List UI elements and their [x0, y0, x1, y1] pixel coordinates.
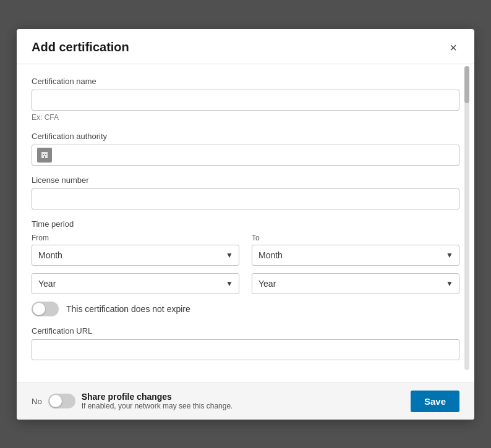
share-no-label: No	[32, 397, 42, 406]
scroll-thumb	[464, 66, 469, 103]
modal-overlay: Add certification × Certification name E…	[0, 0, 491, 448]
cert-authority-input[interactable]	[56, 148, 454, 163]
to-year-wrapper: Year 202420232022 202120202019 ▼	[252, 273, 459, 294]
share-toggle[interactable]	[48, 394, 75, 408]
modal-title: Add certification	[32, 40, 129, 54]
share-subtitle: If enabled, your network may see this ch…	[82, 402, 233, 410]
cert-url-label: Certification URL	[32, 326, 459, 336]
cert-name-input[interactable]	[32, 90, 459, 111]
modal-body: Certification name Ex: CFA Certification…	[17, 64, 474, 382]
svg-rect-2	[45, 154, 46, 155]
share-section: No Share profile changes If enabled, you…	[32, 392, 233, 410]
save-button[interactable]: Save	[411, 391, 459, 412]
share-title: Share profile changes	[82, 392, 233, 402]
no-expire-label: This certification does not expire	[66, 304, 190, 314]
svg-rect-1	[43, 154, 44, 155]
cert-name-label: Certification name	[32, 77, 459, 86]
modal-header: Add certification ×	[17, 29, 474, 64]
time-period-group: Time period From Month JanuaryFebruaryMa…	[32, 219, 459, 316]
license-number-label: License number	[32, 175, 459, 185]
to-year-select[interactable]: Year 202420232022 202120202019	[252, 273, 459, 294]
cert-url-input[interactable]	[32, 339, 459, 360]
from-year-wrapper: Year 202420232022 202120202019 ▼	[32, 273, 239, 294]
add-certification-modal: Add certification × Certification name E…	[17, 29, 474, 420]
to-month-wrapper: Month JanuaryFebruaryMarch AprilMayJune …	[252, 245, 459, 266]
cert-authority-group: Certification authority	[32, 132, 459, 166]
scrollbar[interactable]	[464, 66, 469, 370]
from-column: From Month JanuaryFebruaryMarch AprilMay…	[32, 234, 239, 266]
from-month-select[interactable]: Month JanuaryFebruaryMarch AprilMayJune …	[32, 245, 239, 266]
cert-url-group: Certification URL	[32, 326, 459, 360]
to-month-select[interactable]: Month JanuaryFebruaryMarch AprilMayJune …	[252, 245, 459, 266]
cert-name-group: Certification name Ex: CFA	[32, 77, 459, 122]
license-number-group: License number	[32, 175, 459, 209]
cert-authority-label: Certification authority	[32, 132, 459, 141]
share-text-block: Share profile changes If enabled, your n…	[82, 392, 233, 410]
license-number-input[interactable]	[32, 188, 459, 209]
from-year-select[interactable]: Year 202420232022 202120202019	[32, 273, 239, 294]
svg-rect-3	[44, 156, 45, 158]
from-month-wrapper: Month JanuaryFebruaryMarch AprilMayJune …	[32, 245, 239, 266]
to-year-col: Year 202420232022 202120202019 ▼	[252, 273, 459, 294]
cert-authority-input-wrapper	[32, 145, 459, 166]
share-toggle-knob	[49, 395, 62, 407]
no-expire-toggle-knob	[33, 303, 45, 315]
from-year-col: Year 202420232022 202120202019 ▼	[32, 273, 239, 294]
no-expire-row: This certification does not expire	[32, 302, 459, 316]
modal-footer: No Share profile changes If enabled, you…	[17, 382, 474, 420]
from-label: From	[32, 234, 239, 242]
building-icon	[37, 148, 52, 163]
to-column: To Month JanuaryFebruaryMarch AprilMayJu…	[252, 234, 459, 266]
time-period-label: Time period	[32, 219, 459, 229]
to-label: To	[252, 234, 459, 242]
time-period-grid: From Month JanuaryFebruaryMarch AprilMay…	[32, 234, 459, 294]
close-button[interactable]: ×	[447, 39, 459, 56]
no-expire-toggle[interactable]	[32, 302, 59, 316]
cert-name-hint: Ex: CFA	[32, 113, 459, 122]
